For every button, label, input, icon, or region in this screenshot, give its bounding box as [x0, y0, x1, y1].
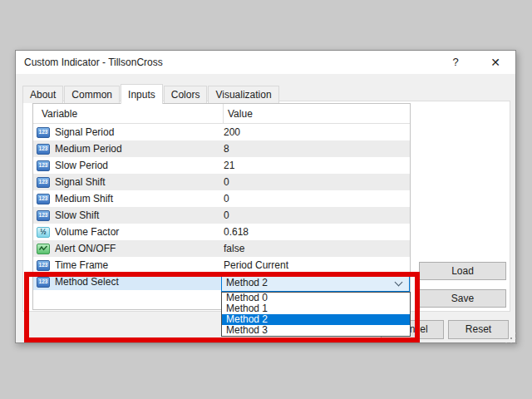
load-button[interactable]: Load — [419, 262, 506, 280]
method-select-combobox[interactable]: Method 2 — [221, 274, 410, 292]
reset-button[interactable]: Reset — [448, 320, 509, 339]
table-row[interactable]: 123 Medium Shift 0 — [33, 190, 410, 207]
row-value[interactable]: false — [218, 243, 410, 254]
row-value[interactable]: 0 — [218, 209, 410, 221]
int-icon: 123 — [37, 194, 50, 204]
tab-strip: About Common Inputs Colors Visualization — [22, 83, 280, 103]
int-icon: 123 — [37, 277, 50, 288]
table-row[interactable]: 123 Slow Shift 0 — [33, 207, 410, 224]
header-variable: Variable — [42, 104, 77, 124]
fraction-icon: ½ — [37, 227, 50, 238]
row-label: Medium Shift — [55, 193, 218, 204]
dialog-title: Custom Indicator - TillsonCross — [24, 51, 163, 74]
table-row[interactable]: Alert ON/OFF false — [33, 240, 410, 257]
tab-inputs[interactable]: Inputs — [121, 84, 163, 104]
row-label: Method Select — [55, 276, 218, 288]
bool-zigzag-icon — [37, 244, 50, 254]
row-value[interactable]: 21 — [218, 160, 410, 171]
row-value[interactable]: 0.618 — [218, 226, 410, 238]
row-label: Signal Shift — [55, 176, 218, 188]
tab-common[interactable]: Common — [64, 86, 120, 103]
row-value[interactable]: Period Current — [218, 259, 410, 271]
dropdown-option-method-3[interactable]: Method 3 — [222, 325, 410, 336]
row-value[interactable]: 0 — [218, 176, 410, 188]
close-button[interactable]: ✕ — [482, 51, 509, 74]
row-value[interactable]: 200 — [218, 126, 410, 138]
chevron-down-icon — [395, 278, 403, 287]
help-button[interactable]: ? — [442, 51, 469, 74]
int-icon: 123 — [37, 177, 50, 188]
header-value: Value — [228, 104, 253, 124]
table-header: Variable Value — [33, 104, 410, 124]
row-value[interactable]: 0 — [218, 193, 410, 204]
int-icon: 123 — [37, 160, 50, 171]
int-icon: 123 — [37, 127, 50, 138]
table-row[interactable]: 123 Time Frame Period Current — [33, 257, 410, 273]
row-value[interactable]: 8 — [218, 143, 410, 155]
tab-about[interactable]: About — [22, 86, 63, 103]
int-icon: 123 — [37, 210, 50, 221]
int-icon: 123 — [37, 260, 50, 271]
row-label: Time Frame — [55, 259, 218, 271]
save-button[interactable]: Save — [419, 289, 506, 308]
table-row[interactable]: 123 Signal Period 200 — [33, 124, 410, 140]
method-select-dropdown: Method 0 Method 1 Method 2 Method 3 — [221, 292, 411, 337]
int-icon: 123 — [37, 144, 50, 155]
table-row[interactable]: 123 Medium Period 8 — [33, 140, 410, 157]
table-row[interactable]: 123 Signal Shift 0 — [33, 174, 410, 190]
help-icon: ? — [452, 56, 458, 68]
resize-grip-icon[interactable] — [510, 337, 512, 339]
table-row[interactable]: 123 Slow Period 21 — [33, 157, 410, 174]
row-label: Volume Factor — [55, 226, 218, 238]
tab-colors[interactable]: Colors — [164, 86, 208, 103]
title-bar: Custom Indicator - TillsonCross ? ✕ — [16, 51, 515, 74]
table-row[interactable]: ½ Volume Factor 0.618 — [33, 224, 410, 240]
row-label: Slow Shift — [55, 209, 218, 221]
tab-visualization[interactable]: Visualization — [208, 86, 278, 103]
combobox-value: Method 2 — [226, 275, 268, 291]
row-label: Signal Period — [55, 126, 218, 138]
row-label: Slow Period — [55, 160, 218, 171]
custom-indicator-dialog: Custom Indicator - TillsonCross ? ✕ Abou… — [15, 50, 516, 343]
row-label: Alert ON/OFF — [55, 243, 218, 254]
row-label: Medium Period — [55, 143, 218, 155]
close-icon: ✕ — [490, 56, 500, 69]
